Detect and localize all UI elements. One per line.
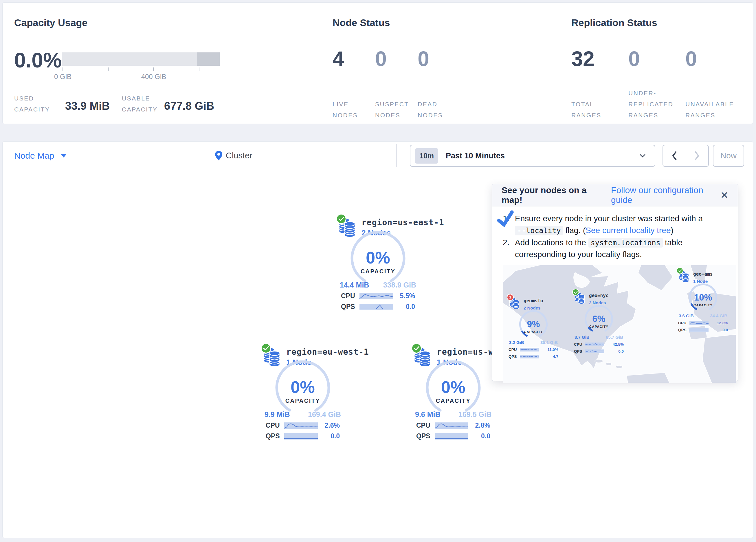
capacity-usage-title: Capacity Usage — [14, 17, 87, 28]
instruction-item-1: 1.Ensure every node in your cluster was … — [503, 213, 727, 236]
gauge-percent-label: 0% — [291, 378, 315, 396]
used-capacity-value: 33.9 MiB — [65, 100, 110, 112]
capacity-total-value: 35.1 GiB — [540, 339, 558, 346]
status-ok-icon — [336, 214, 346, 224]
capacity-total-value: 338.9 GiB — [383, 281, 416, 289]
cpu-sparkline — [520, 348, 539, 352]
locality-title: geo=sfo — [524, 297, 543, 304]
nodes-on-map-popup: See your nodes on a map! Follow our conf… — [492, 184, 738, 381]
qps-value: 0.0 — [618, 349, 624, 354]
locality-card-us-west-1: region=us-west-11 Node0%CAPACITY9.6 MiB1… — [408, 346, 498, 440]
time-range-badge: 10m — [415, 148, 438, 163]
instruction-text: Ensure every node in your cluster was st… — [515, 213, 727, 236]
locality-card-sfo: 1geo=sfo2 Nodes9%CAPACITY3.2 GiB35.1 GiB… — [507, 297, 560, 359]
cpu-sparkline — [284, 422, 318, 429]
text-segment: flag. ( — [563, 226, 586, 235]
instruction-text: Add locations to the system.locations ta… — [515, 237, 727, 260]
capacity-used-value: 9.6 MiB — [415, 410, 441, 419]
qps-metric-row: QPS0.0 — [416, 432, 490, 440]
capacity-gauge: 0%CAPACITY — [347, 231, 409, 284]
locality-tree-link[interactable]: See current locality tree — [586, 226, 671, 235]
node-status-label: SUSPECTNODES — [375, 99, 418, 121]
gauge-percent-label: 6% — [592, 314, 605, 324]
locality-icon: 1 — [509, 297, 521, 311]
view-selector-dropdown[interactable]: Node Map — [14, 141, 67, 170]
cpu-label: CPU — [678, 320, 687, 326]
node-status-value: 4 — [333, 48, 375, 69]
locality-icon — [575, 292, 586, 306]
gauge-percent-label: 0% — [366, 248, 390, 267]
cpu-sparkline — [435, 422, 468, 429]
chevron-right-icon — [694, 151, 700, 160]
locality-titles: region=us-east-12 Nodes — [362, 216, 444, 238]
capacity-axis-tick — [63, 67, 63, 71]
capacity-used-value: 9.9 MiB — [265, 410, 290, 419]
qps-label: QPS — [416, 432, 431, 440]
inline-code: system.locations — [588, 238, 663, 247]
replication-status-col-1: 0UNDER-REPLICATEDRANGES — [628, 48, 685, 121]
cpu-metric-row: CPU5.5% — [341, 292, 415, 300]
cpu-label: CPU — [574, 342, 583, 348]
qps-value: 4.7 — [553, 354, 558, 360]
cluster-stats-panel: Capacity Usage Node Status Replication S… — [2, 2, 753, 124]
status-ok-icon — [411, 343, 422, 354]
cpu-metric-row: CPU2.8% — [416, 422, 490, 429]
cpu-metric-row: CPU42.5% — [574, 342, 624, 348]
node-status-value: 0 — [418, 48, 460, 69]
capacity-total-value: 169.4 GiB — [308, 410, 341, 419]
cpu-label: CPU — [266, 422, 281, 429]
qps-label: QPS — [266, 432, 281, 440]
time-range-dropdown[interactable]: 10m Past 10 Minutes — [410, 145, 655, 167]
capacity-used-value: 3.6 GiB — [679, 313, 694, 319]
qps-label: QPS — [341, 303, 356, 311]
capacity-gauge: 10%CAPACITY — [685, 282, 722, 315]
breadcrumb[interactable]: Cluster — [215, 141, 252, 170]
configuration-guide-link[interactable]: Follow our configuration guide — [611, 185, 720, 205]
completed-check-icon — [496, 209, 516, 227]
used-capacity-label: USED CAPACITY — [14, 93, 50, 115]
capacity-values: 14.4 MiB338.9 GiB — [340, 281, 416, 289]
locality-nodes-link[interactable]: 2 Nodes — [524, 305, 543, 311]
locality-icon — [338, 216, 357, 238]
locality-header: region=us-west-11 Node — [408, 346, 498, 368]
qps-sparkline — [435, 433, 468, 440]
locality-nodes-link[interactable]: 1 Node — [693, 278, 713, 285]
cpu-label: CPU — [509, 347, 518, 353]
capacity-used-value: 3.2 GiB — [509, 339, 524, 346]
replication-status-label: TOTALRANGES — [571, 99, 628, 121]
view-selector-label: Node Map — [14, 151, 54, 161]
locality-titles: geo=ams1 Node — [693, 270, 713, 284]
replication-status-value: 0 — [628, 48, 685, 69]
now-button[interactable]: Now — [713, 145, 744, 167]
node-status-col-0: 4LIVENODES — [333, 48, 375, 121]
gauge-capacity-label: CAPACITY — [285, 398, 320, 404]
gauge-percent-label: 9% — [527, 319, 540, 329]
popup-header: See your nodes on a map! Follow our conf… — [492, 184, 738, 206]
node-status-value: 0 — [375, 48, 418, 69]
capacity-values: 3.2 GiB35.1 GiB — [509, 339, 558, 346]
gauge-capacity-label: CAPACITY — [361, 268, 396, 275]
qps-label: QPS — [678, 327, 687, 333]
locality-nodes-link[interactable]: 2 Nodes — [589, 300, 608, 306]
node-status-label: DEADNODES — [418, 99, 460, 121]
gauge-capacity-label: CAPACITY — [524, 330, 543, 334]
qps-value: 0.0 — [406, 303, 415, 311]
locality-titles: geo=sfo2 Nodes — [524, 297, 543, 311]
popup-title: See your nodes on a map! — [502, 185, 603, 205]
capacity-used-value: 14.4 MiB — [340, 281, 369, 289]
time-range-next-button[interactable] — [686, 145, 709, 166]
close-icon[interactable]: ✕ — [720, 189, 729, 201]
node-status-title: Node Status — [333, 17, 390, 28]
capacity-axis-label-0: 0 GiB — [54, 73, 71, 81]
locality-header: geo=nyc2 Nodes — [572, 292, 625, 306]
world-map: 1geo=sfo2 Nodes9%CAPACITY3.2 GiB35.1 GiB… — [503, 265, 736, 383]
capacity-used-value: 3.7 GiB — [575, 334, 590, 341]
time-range-prev-button[interactable] — [663, 145, 686, 166]
locality-title: geo=ams — [693, 271, 713, 278]
qps-value: 0.0 — [481, 432, 490, 440]
popup-instructions: 1.Ensure every node in your cluster was … — [492, 206, 738, 383]
capacity-bar-reserved-segment — [197, 52, 220, 66]
breadcrumb-cluster-label: Cluster — [226, 151, 252, 160]
cpu-metric-row: CPU2.6% — [266, 422, 340, 429]
cpu-value: 12.3% — [717, 320, 728, 326]
